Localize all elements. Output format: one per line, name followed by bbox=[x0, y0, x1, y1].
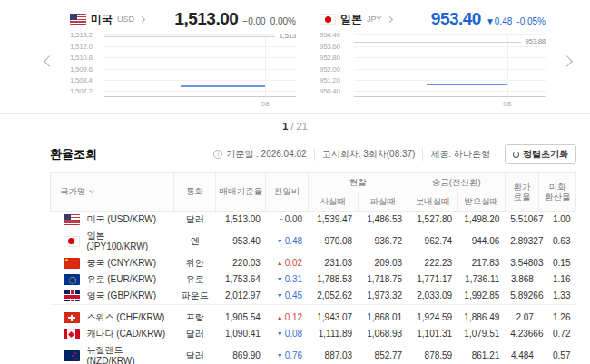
usd-conversion: 1.26 bbox=[539, 310, 576, 326]
fee-rate: 3.868 bbox=[505, 271, 539, 288]
country-flag-icon bbox=[64, 258, 80, 269]
currency-name: 프랑 bbox=[174, 310, 216, 326]
transfer-receive: 861.21 bbox=[457, 342, 505, 364]
usd-conversion: 1.16 bbox=[539, 271, 576, 288]
fee-rate: 2.89327 bbox=[505, 228, 539, 255]
country-flag-icon bbox=[64, 312, 80, 323]
transfer-send: 878.59 bbox=[408, 342, 457, 364]
cash-buy: 2,052.62 bbox=[308, 288, 358, 305]
chart-price: 953.40 bbox=[431, 9, 481, 28]
col-base-rate[interactable]: 매매기준율 bbox=[216, 173, 266, 212]
chart-price: 1,513.00 bbox=[174, 9, 238, 28]
rate-row[interactable]: 뉴질랜드 (NZD/KRW) 달러 869.90 ▼0.76 887.03 85… bbox=[51, 342, 576, 364]
cash-buy: 970.08 bbox=[308, 228, 358, 255]
rate-row[interactable]: 중국 (CNY/KRW) 위안 220.03 ▲0.02 231.03 209.… bbox=[51, 255, 576, 271]
col-transfer-receive[interactable]: 받으실때 bbox=[457, 192, 505, 211]
transfer-receive: 944.06 bbox=[457, 228, 505, 255]
col-cash-buy[interactable]: 사실때 bbox=[308, 192, 358, 211]
base-rate: 1,090.41 bbox=[216, 326, 266, 342]
col-transfer-send[interactable]: 보내실때 bbox=[408, 192, 457, 211]
chevron-left-icon bbox=[44, 55, 55, 67]
usd-conversion: 1.00 bbox=[539, 211, 576, 228]
change-arrow-icon: ▼ bbox=[277, 276, 283, 282]
change-arrow-icon: ▼ bbox=[277, 292, 283, 299]
chart-change-pct: 0.00% bbox=[270, 16, 296, 26]
base-rate: 869.90 bbox=[216, 342, 266, 364]
carousel-prev-button[interactable] bbox=[40, 9, 58, 113]
base-rate: 1,513.00 bbox=[216, 211, 266, 228]
country-flag-icon bbox=[64, 236, 80, 247]
rate-row[interactable]: 영국 (GBP/KRW) 파운드 2,012.97 ▼0.45 2,052.62… bbox=[51, 288, 576, 305]
cash-buy: 887.03 bbox=[308, 342, 358, 364]
transfer-receive: 1,079.51 bbox=[457, 326, 505, 342]
usd-conversion: 0.15 bbox=[539, 255, 576, 271]
chart-symbol-button[interactable]: 일본 JPY bbox=[320, 12, 392, 27]
carousel-next-button[interactable] bbox=[557, 9, 575, 113]
base-date: i 기준일 : 2026.04.02 bbox=[206, 148, 313, 161]
country-name: 중국 (CNY/KRW) bbox=[87, 258, 156, 269]
cash-buy: 1,788.53 bbox=[308, 271, 358, 288]
chart-country: 일본 bbox=[340, 12, 362, 27]
col-transfer-group: 송금(전신환) bbox=[408, 173, 505, 192]
col-currency[interactable]: 통화 bbox=[174, 173, 216, 212]
usd-conversion: 0.72 bbox=[539, 326, 576, 342]
cash-sell: 852.77 bbox=[358, 342, 408, 364]
transfer-send: 1,527.80 bbox=[408, 211, 457, 228]
col-cash-group: 현찰 bbox=[308, 173, 408, 192]
country-name: 뉴질랜드 (NZD/KRW) bbox=[87, 345, 169, 364]
chevron-right-icon bbox=[386, 15, 392, 22]
cash-buy: 1,943.07 bbox=[308, 310, 358, 326]
provider: 제공: 하나은행 bbox=[422, 148, 497, 161]
info-icon: i bbox=[213, 150, 222, 159]
country-flag-icon bbox=[64, 274, 80, 285]
rate-row[interactable]: 유로 (EUR/KRW) 유로 1,753.64 ▼0.31 1,788.53 … bbox=[51, 271, 576, 288]
col-day-change[interactable]: 전일비 bbox=[266, 173, 308, 212]
rate-row[interactable]: 캐나다 (CAD/KRW) 달러 1,090.41 ▼0.08 1,111.89… bbox=[51, 326, 576, 342]
rate-row[interactable]: 스위스 (CHF/KRW) 프랑 1,905.54 ▲0.12 1,943.07… bbox=[51, 310, 576, 326]
country-name: 일본 (JPY100/KRW) bbox=[87, 231, 169, 252]
base-rate: 220.03 bbox=[216, 255, 266, 271]
change-arrow-icon: ▼ bbox=[277, 352, 283, 359]
transfer-receive: 1,886.49 bbox=[457, 310, 505, 326]
chart-currency-code: USD bbox=[117, 15, 134, 24]
country-flag-icon bbox=[64, 214, 80, 225]
currency-name: 위안 bbox=[174, 255, 216, 271]
base-rate: 953.40 bbox=[216, 228, 266, 255]
chart-plot: 1,513.21,512.01,510.81,509.61,508.41,507… bbox=[104, 34, 296, 97]
chart-flag-icon bbox=[320, 14, 336, 25]
day-change: ▲0.12 bbox=[266, 310, 308, 326]
currency-name: 파운드 bbox=[174, 288, 216, 305]
chart-price-wrap: 953.40▼0.48-0.05% bbox=[431, 9, 546, 29]
notice-round: 고시회차: 3회차(08:37) bbox=[314, 148, 423, 161]
col-country[interactable]: 국가명 bbox=[51, 173, 174, 212]
rate-row[interactable]: 미국 (USD/KRW) 달러 1,513.00 −0.00 1,539.47 … bbox=[51, 211, 576, 228]
currency-name: 엔 bbox=[174, 228, 216, 255]
rate-row[interactable]: 일본 (JPY100/KRW) 엔 953.40 ▼0.48 970.08 93… bbox=[51, 228, 576, 255]
chart-change: ▼0.48 bbox=[486, 16, 512, 26]
change-arrow-icon: − bbox=[280, 216, 283, 222]
pagination-separator: / bbox=[290, 121, 293, 132]
col-fee-rate[interactable]: 환가 료율 bbox=[505, 173, 539, 212]
table-meta: i 기준일 : 2026.04.02 고시회차: 3회차(08:37) 제공: … bbox=[206, 144, 576, 164]
base-rate: 2,012.97 bbox=[216, 288, 266, 305]
change-arrow-icon: ▲ bbox=[277, 260, 283, 266]
day-change: ▼0.76 bbox=[266, 342, 308, 364]
cash-sell: 1,868.01 bbox=[358, 310, 408, 326]
chart-symbol-button[interactable]: 미국 USD bbox=[70, 12, 144, 27]
transfer-receive: 1,992.85 bbox=[457, 288, 505, 305]
chart-card-jpy: 일본 JPY 953.40▼0.48-0.05% 954.40953.60952… bbox=[320, 9, 546, 113]
base-rate: 1,905.54 bbox=[216, 310, 266, 326]
sort-reset-button[interactable]: 정렬초기화 bbox=[505, 144, 576, 164]
chart-change-pct: -0.05% bbox=[516, 16, 546, 26]
day-change: ▼0.08 bbox=[266, 326, 308, 342]
chart-flag-icon bbox=[70, 14, 86, 25]
chart-carousel: 미국 USD 1,513.00−0.000.00% 1,513.21,512.0… bbox=[0, 0, 590, 113]
chart-card-usd: 미국 USD 1,513.00−0.000.00% 1,513.21,512.0… bbox=[70, 9, 296, 113]
col-cash-sell[interactable]: 파실때 bbox=[358, 192, 408, 211]
col-usd-conversion[interactable]: 미화 환산율 bbox=[539, 173, 576, 212]
sort-chevron-icon bbox=[89, 189, 94, 194]
transfer-send: 1,101.31 bbox=[408, 326, 457, 342]
base-date-text: 기준일 : 2026.04.02 bbox=[226, 148, 306, 161]
country-name: 스위스 (CHF/KRW) bbox=[87, 312, 165, 323]
chevron-right-icon bbox=[561, 55, 573, 67]
